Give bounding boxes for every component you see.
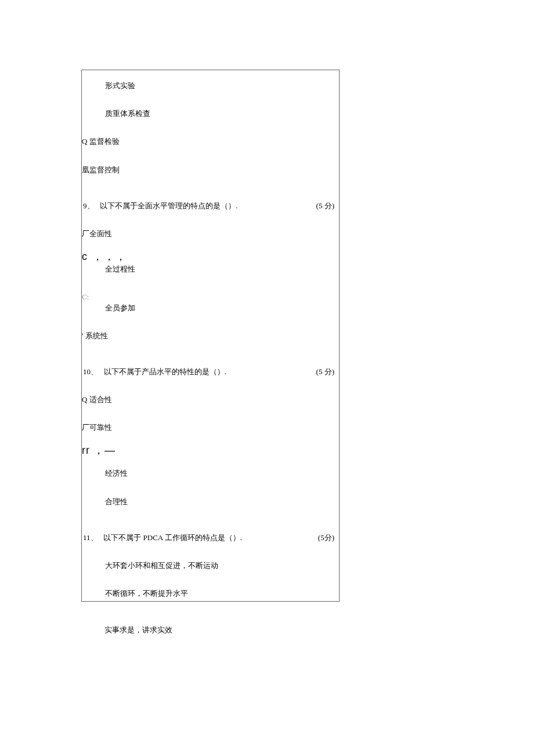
q9-option-b: 全过程性 bbox=[82, 264, 339, 274]
q10-number: 10、 bbox=[83, 367, 98, 376]
main-box: 形式实验 质重体系检查 Q 监督检验 凰监督控制 9、 以下不属于全面水平管理的… bbox=[81, 70, 340, 602]
q11-option-b: 不断循环，不断提升水平 bbox=[82, 588, 339, 599]
question-11: 11、 以下不属于 PDCA 工作循环的特点是（）. (5分) bbox=[82, 533, 339, 543]
q9-option-c: 全员参加 bbox=[82, 303, 339, 313]
q9-marker-1: c ，，， bbox=[82, 249, 339, 264]
q11-option-c: 实事求是，讲求实效 bbox=[81, 625, 340, 635]
q11-text: 以下不属于 PDCA 工作循环的特点是（）. bbox=[103, 533, 242, 542]
below-box: 实事求是，讲求实效 bbox=[81, 602, 340, 635]
q9-score: (5 分) bbox=[316, 201, 338, 211]
q9-text: 以下不属于全面水平管理的特点的是（）. bbox=[100, 201, 237, 210]
question-10: 10、 以下不属于产品水平的特性的是（）. (5 分) bbox=[82, 367, 339, 377]
q10-option-b: 厂可靠性 bbox=[82, 422, 339, 433]
q10-score: (5 分) bbox=[316, 367, 338, 377]
q9-option-d: ' 系统性 bbox=[82, 331, 339, 341]
question-9: 9、 以下不属于全面水平管理的特点的是（）. (5 分) bbox=[82, 201, 339, 211]
q11-number: 11、 bbox=[83, 533, 98, 542]
q10-option-d: 合理性 bbox=[82, 497, 339, 507]
q10-marker: rr ，— bbox=[82, 443, 339, 458]
q9-option-a: 厂全面性 bbox=[82, 229, 339, 239]
q10-option-c: 经济性 bbox=[82, 468, 339, 479]
q9-marker-2: C: bbox=[82, 292, 339, 302]
q8-option-a: 形式实验 bbox=[82, 81, 339, 91]
page: 形式实验 质重体系检查 Q 监督检验 凰监督控制 9、 以下不属于全面水平管理的… bbox=[0, 0, 534, 682]
q8-option-c: Q 监督检验 bbox=[82, 136, 339, 147]
q9-number: 9、 bbox=[83, 201, 95, 210]
q11-score: (5分) bbox=[318, 533, 338, 543]
q10-option-a: Q 适合性 bbox=[82, 395, 339, 405]
q11-option-a: 大环套小环和相互促进，不断运动 bbox=[82, 560, 339, 571]
q10-text: 以下不属于产品水平的特性的是（）. bbox=[104, 367, 226, 376]
q8-option-d: 凰监督控制 bbox=[82, 165, 339, 175]
q8-option-b: 质重体系检查 bbox=[82, 108, 339, 119]
